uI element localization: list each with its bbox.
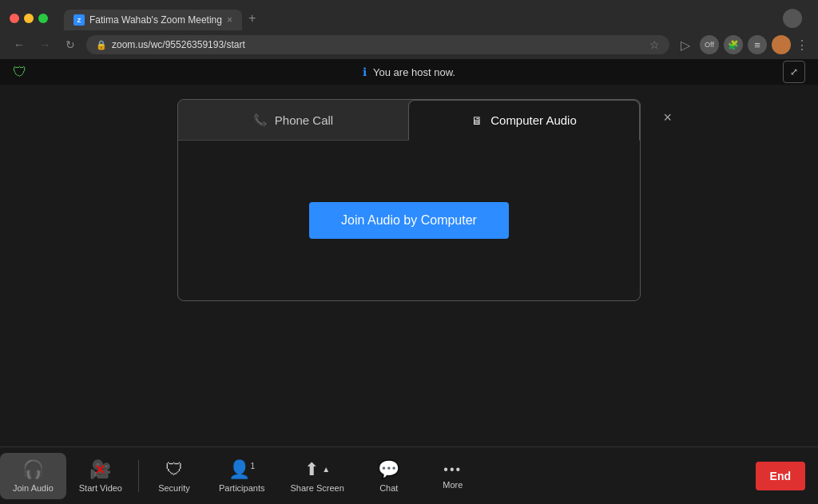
join-audio-by-computer-button[interactable]: Join Audio by Computer [309,202,509,239]
security-label: Security [158,483,190,493]
phone-call-tab[interactable]: 📞 Phone Call [178,100,408,140]
security-shield-icon: 🛡 [13,64,27,81]
media-router-icon[interactable]: ≡ [748,35,767,54]
address-bar-row: ← → ↻ 🔒 zoom.us/wc/95526359193/start ☆ ▷… [0,30,818,59]
browser-actions [783,9,808,28]
browser-chrome: Z Fatima Wahab's Zoom Meeting × + ← → ↻ … [0,0,818,59]
participants-icon: 👤1 [228,459,255,480]
dialog-body: Join Audio by Computer [178,141,640,300]
share-screen-label: Share Screen [290,483,343,493]
bottom-toolbar: 🎧 Join Audio 🎥✕ Start Video 🛡 Security 👤… [0,446,818,504]
dialog-tabs: 📞 Phone Call 🖥 Computer Audio × [178,100,640,141]
notification-bar: 🛡 ℹ You are host now. ⤢ [0,59,818,85]
reload-button[interactable]: ↻ [61,35,80,54]
tab-favicon: Z [73,14,85,26]
chat-icon: 💬 [378,459,399,480]
start-video-button[interactable]: 🎥✕ Start Video [66,453,135,499]
start-video-label: Start Video [79,483,122,493]
tab-title: Fatima Wahab's Zoom Meeting [89,14,222,26]
notification-text: You are host now. [373,66,455,78]
puzzle-icon[interactable]: 🧩 [724,35,743,54]
new-tab-button[interactable]: + [242,6,262,30]
computer-audio-label: Computer Audio [490,113,577,127]
traffic-lights [10,14,48,23]
share-screen-icon: ⬆ [304,459,319,480]
dialog-close-button[interactable]: × [663,109,672,126]
extensions-off-icon[interactable]: Off [700,35,719,54]
expand-button[interactable]: ⤢ [783,61,805,83]
share-screen-button[interactable]: ⬆ ▲ Share Screen [277,453,356,499]
browser-profile-icon[interactable] [783,9,802,28]
join-audio-button[interactable]: 🎧 Join Audio [0,453,66,499]
more-icon: ••• [443,462,462,477]
address-bar[interactable]: 🔒 zoom.us/wc/95526359193/start ☆ [86,35,669,54]
tab-bar: Z Fatima Wahab's Zoom Meeting × + [64,6,776,30]
active-tab[interactable]: Z Fatima Wahab's Zoom Meeting × [64,10,242,30]
info-icon: ℹ [363,65,367,78]
video-off-icon: 🎥✕ [89,459,111,480]
profile-avatar[interactable] [772,35,791,54]
headphones-icon: 🎧 [22,459,44,480]
notification-content: ℹ You are host now. [363,65,455,78]
computer-audio-tab[interactable]: 🖥 Computer Audio [408,100,640,141]
cast-icon[interactable]: ▷ [676,35,695,54]
bookmark-icon[interactable]: ☆ [649,38,660,51]
toolbar-icons: ▷ Off 🧩 ≡ ⋮ [676,35,808,54]
lock-icon: 🔒 [96,40,107,50]
title-bar: Z Fatima Wahab's Zoom Meeting × + [0,0,818,30]
participants-button[interactable]: 👤1 Participants [206,453,277,499]
chat-button[interactable]: 💬 Chat [357,453,421,499]
chat-label: Chat [379,483,398,493]
more-label: More [443,480,463,490]
audio-dialog: 📞 Phone Call 🖥 Computer Audio × Join Aud… [177,99,641,301]
share-chevron-icon[interactable]: ▲ [322,465,330,474]
phone-icon: 📞 [253,113,267,126]
meeting-area: 🛡 ℹ You are host now. ⤢ 📞 Phone Call 🖥 C… [0,59,818,504]
security-button[interactable]: 🛡 Security [142,453,206,499]
browser-menu-button[interactable]: ⋮ [796,38,808,53]
join-audio-label: Join Audio [13,483,54,493]
toolbar-separator-1 [138,460,139,492]
more-button[interactable]: ••• More [421,456,485,496]
minimize-window-button[interactable] [24,14,34,23]
phone-call-label: Phone Call [275,113,333,127]
forward-button[interactable]: → [35,35,54,54]
maximize-window-button[interactable] [38,14,48,23]
security-icon: 🛡 [165,459,183,480]
url-text: zoom.us/wc/95526359193/start [112,39,645,50]
close-window-button[interactable] [10,14,19,23]
share-screen-icon-row: ⬆ ▲ [304,459,330,480]
end-meeting-button[interactable]: End [756,462,805,490]
participants-label: Participants [219,483,264,493]
tab-close-button[interactable]: × [227,14,232,26]
participants-count: 1 [250,461,255,470]
back-button[interactable]: ← [10,35,29,54]
monitor-icon: 🖥 [471,114,482,127]
